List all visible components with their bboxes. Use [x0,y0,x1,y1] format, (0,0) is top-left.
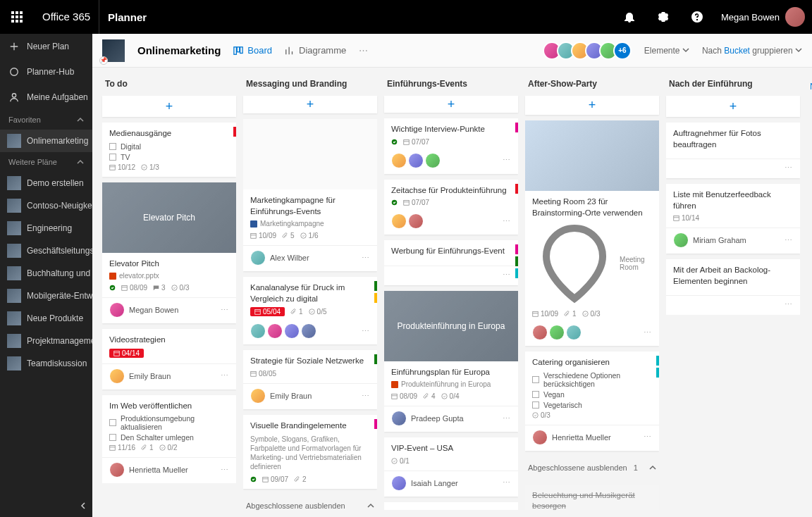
view-charts-tab[interactable]: Diagramme [285,45,346,56]
task-card[interactable]: Liste mit Benutzerfeedback führen 10/14M… [666,184,800,254]
bucket-title[interactable]: Messaging und Branding [243,75,377,96]
task-card[interactable]: Werbung für Einführungs-Event⋯ [384,240,518,285]
completed-toggle[interactable]: Abgeschlossene ausblenden [243,494,377,510]
card-more-button[interactable]: ⋯ [503,217,511,226]
card-more-button[interactable]: ⋯ [221,466,229,475]
group-by-dropdown[interactable]: Nach Bucket gruppieren [702,46,802,56]
task-card[interactable]: Wichtige Interview-Punkte 07/07⋯ [384,118,518,174]
card-more-button[interactable]: ⋯ [362,327,370,336]
card-more-button[interactable]: ⋯ [362,254,370,263]
task-card[interactable]: Strategie für Soziale Netzwerke 08/05Emi… [243,350,377,409]
sidebar: Neuer Plan Planner-Hub Meine Aufgaben Fa… [0,34,92,517]
card-labels [374,354,377,364]
more-members-badge[interactable]: +6 [613,42,632,60]
card-more-button[interactable]: ⋯ [503,478,511,487]
card-assignees: Henrietta Mueller [109,462,188,478]
card-footer: Isaiah Langer⋯ [384,471,518,497]
checklist-item[interactable]: Vegetarisch [532,401,652,409]
bucket-title[interactable]: After-Show-Party [525,75,659,96]
task-card[interactable]: Auftragnehmer für Fotos beauftragen⋯ [666,123,800,178]
sidebar-plan-item[interactable]: Contoso-Neuigkeiten [0,194,92,217]
card-title: Zeitachse für Produkteinführung [391,185,511,197]
card-title: Mit der Arbeit an Backolog-Elementen beg… [673,265,793,287]
checklist-item[interactable]: Produktionsumgebung aktualisieren [109,414,229,431]
sidebar-plan-item[interactable]: Onlinemarketing [0,130,92,152]
task-card[interactable]: VIP-Event – USA 0/1Isaiah Langer⋯ [384,437,518,497]
card-assignees: Henrietta Mueller [532,430,611,445]
favorites-section-header[interactable]: Favoriten [0,110,92,130]
my-tasks-link[interactable]: Meine Aufgaben [0,85,92,110]
new-bucket-button[interactable]: Neuen Buck [807,75,812,510]
checkbox-icon [109,419,116,426]
card-more-button[interactable]: ⋯ [362,392,370,401]
sidebar-plan-item[interactable]: Mobilgeräte-Entwicklu… [0,285,92,307]
card-more-button[interactable]: ⋯ [503,156,511,165]
sidebar-plan-item[interactable]: Neue Produkte [0,307,92,330]
planner-hub-link[interactable]: Planner-Hub [0,59,92,85]
filter-elements-dropdown[interactable]: Elemente [644,46,689,56]
task-card[interactable]: Elevator PitchElevator Pitchelevator.ppt… [102,182,236,324]
card-more-button[interactable]: ⋯ [221,306,229,315]
card-footer: ⋯ [384,266,518,285]
settings-icon[interactable] [646,0,680,34]
task-card[interactable]: Im Web veröffentlichenProduktionsumgebun… [102,395,236,484]
task-card[interactable]: Videostrategien 04/14Emily Braun⋯ [102,329,236,390]
add-task-button[interactable]: + [102,96,236,117]
more-actions-button[interactable]: ⋯ [359,45,369,56]
card-more-button[interactable]: ⋯ [644,328,652,337]
assignee-avatar [267,323,283,339]
checklist-item[interactable]: Vegan [532,390,652,399]
task-card[interactable]: Marketingkampagne für Einführungs-Events… [243,119,377,271]
sidebar-plan-item[interactable]: Engineering [0,217,92,239]
card-more-button[interactable]: ⋯ [503,270,511,280]
bucket-title[interactable]: Nach der Einführung [666,75,800,96]
card-labels [515,123,518,132]
add-task-button[interactable]: + [384,96,518,113]
card-more-button[interactable]: ⋯ [503,414,511,423]
bucket-title[interactable]: Einführungs-Events [384,75,518,96]
help-icon[interactable] [680,0,714,34]
more-plans-section-header[interactable]: Weitere Pläne [0,152,92,172]
checklist-item[interactable]: Den Schalter umlegen [109,433,229,442]
plan-logo[interactable]: 📌 [102,39,125,62]
user-menu[interactable]: Megan Bowen [714,7,812,27]
task-card[interactable]: Mit der Arbeit an Backolog-Elementen beg… [666,259,800,315]
checklist-item[interactable]: Digital [109,142,229,151]
add-task-button[interactable]: + [243,96,377,113]
image-overlay-text: Elevator Pitch [102,182,236,253]
new-plan-button[interactable]: Neuer Plan [0,34,92,59]
task-card[interactable]: Produkteinführung in EuropaEinführungspl… [384,291,518,432]
add-task-button[interactable]: + [525,96,659,115]
assignee-name: Miriam Graham [693,236,746,244]
card-more-button[interactable]: ⋯ [644,432,652,442]
card-more-button[interactable]: ⋯ [785,163,793,173]
task-card[interactable]: Beleuchtung und Musikgerät besorgen 06/1… [525,485,659,510]
task-card[interactable]: Kanalanalyse für Druck im Vergleich zu d… [243,277,377,344]
card-more-button[interactable]: ⋯ [785,236,793,245]
notifications-icon[interactable] [613,0,646,34]
sidebar-plan-item[interactable]: Projektmanagement [0,330,92,352]
task-card[interactable]: Zeitachse für Produkteinführung 07/07⋯ [384,180,518,235]
plan-members[interactable]: +6 [547,42,632,60]
sidebar-plan-item[interactable]: Geschäftsleitungsecke [0,239,92,262]
sidebar-plan-item[interactable]: Demo erstellen [0,172,92,194]
checklist-item[interactable]: TV [109,153,229,161]
task-card[interactable]: Catering organisierenVerschiedene Option… [525,351,659,451]
bucket-title[interactable]: To do [102,75,236,96]
task-card[interactable]: MedienausgängeDigitalTV 10/12 1/3 [102,123,236,177]
task-card[interactable]: Twitter-Feed zur Einführung 03/31Emily B… [384,502,518,510]
card-more-button[interactable]: ⋯ [221,371,229,380]
collapse-sidebar-button[interactable] [80,502,87,511]
task-card[interactable]: Visuelle BrandingelementeSymbole, Slogan… [243,415,377,489]
completed-toggle[interactable]: Abgeschlossene ausblenden 1 [525,456,659,479]
add-task-button[interactable]: + [666,96,800,117]
sidebar-plan-item[interactable]: Buchhaltung und Fina… [0,262,92,285]
assignee-avatar [549,325,565,340]
svg-rect-2 [234,46,237,54]
task-card[interactable]: Meeting Room 23 für Brainstorming-Orte v… [525,120,659,346]
card-more-button[interactable]: ⋯ [785,300,793,309]
sidebar-plan-item[interactable]: Teamdiskussion [0,352,92,375]
view-board-tab[interactable]: Board [233,45,272,56]
checklist-item[interactable]: Verschiedene Optionen berücksichtigen [532,371,652,388]
app-launcher-icon[interactable] [0,0,34,34]
